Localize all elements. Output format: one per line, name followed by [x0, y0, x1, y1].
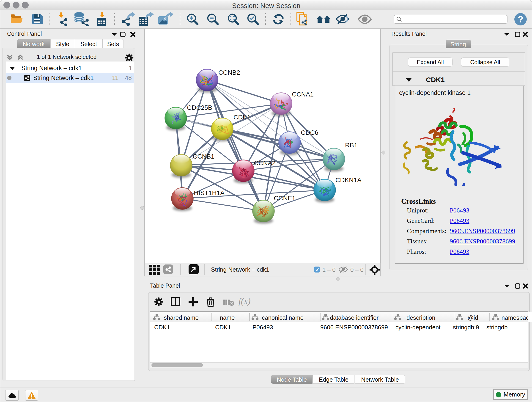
- svg-text:CCNE1: CCNE1: [274, 195, 296, 202]
- svg-text:RB1: RB1: [345, 142, 357, 149]
- svg-text:CDK1: CDK1: [234, 114, 251, 121]
- svg-text:CCNA2: CCNA2: [254, 160, 276, 167]
- svg-text:CCNB2: CCNB2: [218, 69, 240, 76]
- svg-text:CDC25B: CDC25B: [187, 104, 212, 111]
- svg-text:CDC6: CDC6: [301, 129, 318, 136]
- svg-text:CDKN1A: CDKN1A: [336, 177, 361, 184]
- svg-text:CCNA1: CCNA1: [292, 91, 314, 98]
- svg-text:CCNB1: CCNB1: [193, 153, 215, 160]
- svg-text:HIST1H1A: HIST1H1A: [194, 189, 225, 196]
